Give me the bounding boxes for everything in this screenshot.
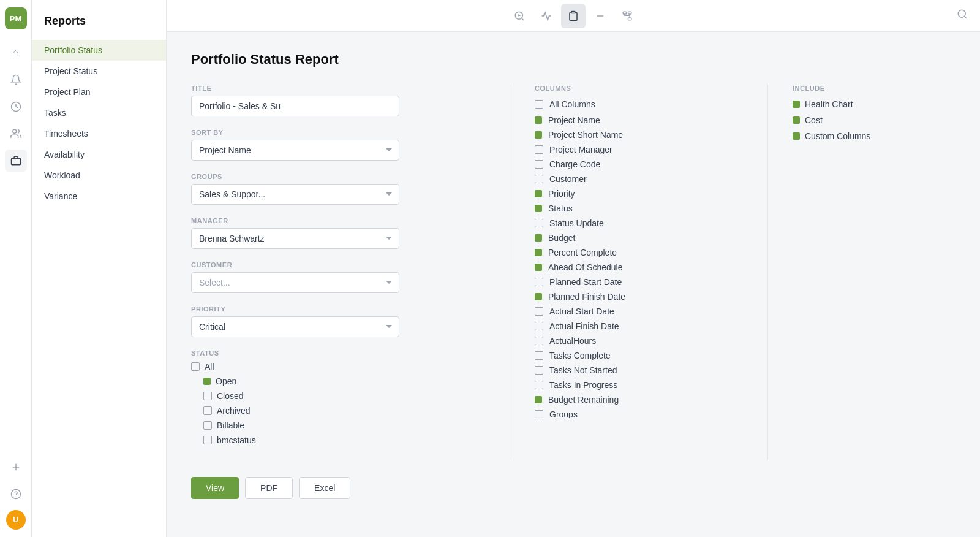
status-billable-checkbox[interactable]	[203, 421, 212, 430]
col-status-update[interactable]: Status Update	[535, 218, 738, 228]
view-button[interactable]: View	[191, 477, 239, 499]
col-project-manager-checkbox[interactable]	[535, 145, 543, 154]
user-avatar[interactable]: U	[6, 510, 26, 530]
status-closed-item[interactable]: Closed	[203, 391, 485, 401]
col-tasks-in-progress[interactable]: Tasks In Progress	[535, 380, 738, 390]
col-planned-start-date[interactable]: Planned Start Date	[535, 277, 738, 287]
include-custom-columns[interactable]: Custom Columns	[793, 131, 940, 141]
plus-nav-icon[interactable]	[5, 456, 27, 478]
sidebar-item-variance[interactable]: Variance	[32, 186, 166, 207]
col-actual-finish-date[interactable]: Actual Finish Date	[535, 321, 738, 331]
col-tasks-complete[interactable]: Tasks Complete	[535, 351, 738, 360]
status-all-checkbox[interactable]	[191, 362, 200, 371]
status-section: STATUS All Open	[191, 349, 485, 445]
col-ahead-of-schedule[interactable]: Ahead Of Schedule	[535, 262, 738, 272]
col-budget[interactable]: Budget	[535, 233, 738, 243]
manager-group: MANAGER Brenna Schwartz	[191, 217, 485, 249]
col-project-name[interactable]: Project Name	[535, 115, 738, 125]
sidebar-item-workload[interactable]: Workload	[32, 165, 166, 186]
col-status-update-checkbox[interactable]	[535, 219, 543, 227]
status-billable-item[interactable]: Billable	[203, 421, 485, 430]
col-groups[interactable]: Groups	[535, 409, 738, 418]
include-health-chart-square	[793, 101, 800, 108]
sort-by-group: SORT BY Project Name	[191, 129, 485, 161]
briefcase-nav-icon[interactable]	[5, 150, 27, 172]
col-actual-start-date[interactable]: Actual Start Date	[535, 307, 738, 316]
include-custom-columns-label: Custom Columns	[805, 131, 870, 141]
col-charge-code[interactable]: Charge Code	[535, 159, 738, 169]
col-tasks-not-started[interactable]: Tasks Not Started	[535, 365, 738, 375]
pdf-button[interactable]: PDF	[245, 477, 293, 499]
col-actual-hours[interactable]: ActualHours	[535, 336, 738, 346]
status-archived-item[interactable]: Archived	[203, 406, 485, 416]
status-bmcstatus-item[interactable]: bmcstatus	[203, 435, 485, 445]
status-all-item[interactable]: All	[191, 362, 485, 371]
help-nav-icon[interactable]	[5, 483, 27, 505]
people-nav-icon[interactable]	[5, 123, 27, 145]
col-actual-start-date-checkbox[interactable]	[535, 307, 543, 316]
sidebar-item-timesheets[interactable]: Timesheets	[32, 123, 166, 144]
col-tasks-complete-label: Tasks Complete	[549, 351, 611, 360]
all-columns-checkbox[interactable]	[535, 100, 543, 109]
activity-toolbar-icon[interactable]	[534, 4, 559, 28]
col-customer-label: Customer	[549, 174, 587, 184]
col-customer-checkbox[interactable]	[535, 175, 543, 183]
include-cost[interactable]: Cost	[793, 115, 940, 125]
priority-select[interactable]: Critical	[191, 316, 399, 337]
col-project-manager-label: Project Manager	[549, 145, 612, 154]
status-bmcstatus-checkbox[interactable]	[203, 436, 212, 444]
include-health-chart[interactable]: Health Chart	[793, 99, 940, 109]
title-input[interactable]	[191, 96, 399, 116]
col-divider-2	[767, 85, 768, 460]
col-tasks-in-progress-checkbox[interactable]	[535, 381, 543, 389]
status-archived-checkbox[interactable]	[203, 406, 212, 415]
col-planned-start-date-checkbox[interactable]	[535, 278, 543, 286]
col-ahead-of-schedule-square	[535, 264, 542, 271]
col-customer[interactable]: Customer	[535, 174, 738, 184]
status-open-item[interactable]: Open	[203, 376, 485, 386]
col-charge-code-checkbox[interactable]	[535, 160, 543, 169]
priority-group: PRIORITY Critical	[191, 305, 485, 337]
hierarchy-toolbar-icon[interactable]	[615, 4, 639, 28]
groups-select[interactable]: Sales & Suppor...	[191, 184, 399, 205]
sort-by-label: SORT BY	[191, 129, 485, 136]
col-status[interactable]: Status	[535, 204, 738, 213]
customer-select[interactable]: Select...	[191, 272, 399, 293]
svg-point-1	[12, 129, 16, 133]
sidebar-item-project-plan[interactable]: Project Plan	[32, 82, 166, 102]
col-actual-hours-checkbox[interactable]	[535, 337, 543, 345]
clock-nav-icon[interactable]	[5, 96, 27, 118]
sort-by-select[interactable]: Project Name	[191, 140, 399, 161]
col-actual-hours-label: ActualHours	[549, 336, 596, 346]
col-tasks-complete-checkbox[interactable]	[535, 351, 543, 360]
col-tasks-not-started-checkbox[interactable]	[535, 366, 543, 375]
search-zoom-toolbar-icon[interactable]	[507, 4, 532, 28]
col-groups-label: Groups	[549, 409, 578, 418]
status-closed-checkbox[interactable]	[203, 392, 212, 400]
col-priority[interactable]: Priority	[535, 189, 738, 199]
sidebar-item-project-status[interactable]: Project Status	[32, 61, 166, 82]
col-actual-finish-date-checkbox[interactable]	[535, 322, 543, 330]
clipboard-toolbar-icon[interactable]	[561, 4, 586, 28]
content-area: Portfolio Status Report TITLE SORT BY Pr…	[167, 32, 980, 537]
col-planned-finish-date[interactable]: Planned Finish Date	[535, 292, 738, 302]
sidebar-item-tasks[interactable]: Tasks	[32, 102, 166, 123]
col-project-manager[interactable]: Project Manager	[535, 145, 738, 154]
sidebar-item-availability[interactable]: Availability	[32, 144, 166, 165]
col-project-short-name[interactable]: Project Short Name	[535, 130, 738, 140]
bell-nav-icon[interactable]	[5, 69, 27, 91]
form-columns: TITLE SORT BY Project Name GROUPS	[191, 85, 956, 460]
col-budget-remaining[interactable]: Budget Remaining	[535, 395, 738, 405]
app-logo[interactable]: PM	[5, 7, 27, 29]
col-budget-label: Budget	[548, 233, 575, 243]
col-groups-checkbox[interactable]	[535, 410, 543, 418]
search-toolbar-icon[interactable]	[957, 9, 968, 23]
all-columns-item[interactable]: All Columns	[535, 99, 738, 109]
col-percent-complete[interactable]: Percent Complete	[535, 248, 738, 257]
tag-toolbar-icon[interactable]	[588, 4, 612, 28]
excel-button[interactable]: Excel	[299, 477, 350, 499]
form-left-col: TITLE SORT BY Project Name GROUPS	[191, 85, 485, 460]
home-nav-icon[interactable]: ⌂	[5, 42, 27, 64]
manager-select[interactable]: Brenna Schwartz	[191, 228, 399, 249]
sidebar-item-portfolio-status[interactable]: Portfolio Status	[32, 40, 166, 61]
